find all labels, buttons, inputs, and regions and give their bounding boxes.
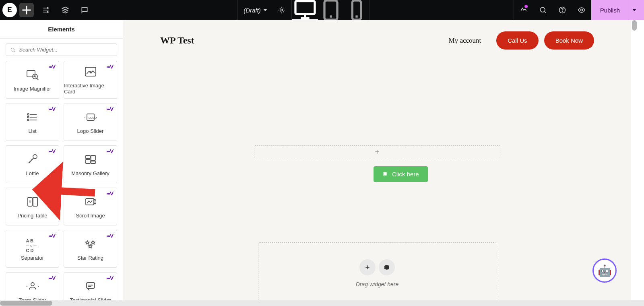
svg-point-14: [27, 114, 29, 115]
drop-zone-label: Drag widget here: [356, 281, 399, 287]
mobile-device-button[interactable]: [344, 0, 369, 20]
widget-pricing-table[interactable]: •••ᐯ $ Pricing Table: [6, 188, 59, 225]
publish-button[interactable]: Publish: [591, 0, 629, 20]
svg-point-16: [27, 119, 29, 121]
widget-masonry-gallery[interactable]: •••ᐯ Masonry Gallery: [64, 145, 117, 183]
svg-point-2: [281, 9, 283, 11]
svg-rect-22: [86, 159, 90, 163]
widget-logo-slider[interactable]: •••ᐯ LOGO Logo Slider: [64, 103, 117, 141]
widget-lottie[interactable]: •••ᐯ Lottie: [6, 145, 59, 183]
svg-rect-25: [33, 197, 37, 206]
addon-badge-icon: •••ᐯ: [48, 148, 56, 154]
draft-status[interactable]: (Draft): [238, 7, 263, 14]
chevron-down-icon[interactable]: [263, 9, 267, 11]
add-element-button[interactable]: [19, 3, 34, 17]
svg-point-28: [31, 283, 34, 286]
addon-badge-icon: •••ᐯ: [106, 148, 114, 154]
page-title: WP Test: [160, 35, 194, 46]
widget-list[interactable]: •••ᐯ List: [6, 103, 59, 141]
drop-zone[interactable]: Drag widget here: [258, 242, 496, 304]
add-section-strip[interactable]: [254, 145, 500, 158]
add-widget-button[interactable]: [359, 259, 376, 275]
panel-title: Elements: [0, 20, 123, 39]
structure-icon[interactable]: [56, 0, 75, 20]
click-here-button[interactable]: Click here: [374, 166, 428, 182]
settings-icon[interactable]: [36, 0, 56, 20]
comments-icon[interactable]: [75, 0, 94, 20]
desktop-device-button[interactable]: [292, 0, 318, 20]
addon-badge-icon: •••ᐯ: [106, 190, 114, 196]
svg-rect-29: [87, 283, 95, 288]
widget-team-slider[interactable]: •••ᐯ Team Slider: [6, 272, 59, 300]
nav-my-account[interactable]: My account: [449, 37, 481, 45]
preview-icon[interactable]: [572, 0, 591, 20]
elements-panel: Elements •••ᐯ Image Magnifier •••ᐯ Inter…: [0, 20, 123, 300]
addon-badge-icon: •••ᐯ: [48, 275, 56, 281]
canvas-scrollbar[interactable]: [632, 20, 638, 300]
svg-text:LOGO: LOGO: [89, 116, 97, 119]
svg-point-8: [562, 12, 562, 12]
addon-badge-icon: •••ᐯ: [106, 275, 114, 281]
publish-options-button[interactable]: [629, 0, 644, 20]
elementor-logo[interactable]: E: [2, 3, 17, 17]
call-us-button[interactable]: Call Us: [496, 31, 538, 50]
horizontal-scrollbar[interactable]: [0, 300, 644, 306]
addon-badge-icon: •••ᐯ: [48, 64, 56, 70]
svg-point-1: [47, 11, 48, 12]
widget-separator[interactable]: •••ᐯ A B─○─C D Separator: [6, 230, 59, 268]
svg-rect-20: [86, 155, 90, 159]
widget-interactive-image-card[interactable]: •••ᐯ Interactive Image Card: [64, 61, 117, 99]
addon-badge-icon: •••ᐯ: [106, 233, 114, 239]
template-library-button[interactable]: [379, 259, 395, 275]
svg-point-15: [27, 116, 29, 118]
tablet-device-button[interactable]: [318, 0, 344, 20]
svg-point-6: [540, 7, 545, 12]
widget-star-rating[interactable]: •••ᐯ Star Rating: [64, 230, 117, 268]
svg-point-9: [580, 9, 582, 11]
assistant-bubble[interactable]: 🤖: [592, 258, 617, 283]
addon-badge-icon: •••ᐯ: [48, 190, 56, 196]
widget-testimonial-slider[interactable]: •••ᐯ Testimonial Slider: [64, 272, 117, 300]
svg-text:$: $: [29, 200, 31, 203]
widget-search[interactable]: [6, 43, 117, 56]
svg-rect-3: [295, 1, 315, 14]
widget-search-input[interactable]: [19, 47, 113, 53]
svg-point-10: [11, 48, 14, 51]
addon-badge-icon: •••ᐯ: [48, 106, 56, 112]
svg-rect-21: [91, 155, 95, 160]
page-settings-icon[interactable]: [272, 0, 291, 20]
addon-badge-icon: •••ᐯ: [106, 106, 114, 112]
svg-rect-23: [91, 161, 95, 163]
help-icon[interactable]: [553, 0, 572, 20]
notifications-icon[interactable]: [514, 0, 533, 20]
addon-badge-icon: •••ᐯ: [106, 64, 114, 70]
editor-canvas: WP Test My account Call Us Book Now Clic…: [123, 20, 631, 300]
widget-image-magnifier[interactable]: •••ᐯ Image Magnifier: [6, 61, 59, 99]
addon-badge-icon: •••ᐯ: [48, 233, 56, 239]
widget-scroll-image[interactable]: •••ᐯ Scroll Image: [64, 188, 117, 225]
finder-search-icon[interactable]: [533, 0, 553, 20]
book-now-button[interactable]: Book Now: [544, 31, 594, 50]
svg-point-0: [47, 7, 48, 8]
svg-rect-11: [27, 70, 35, 77]
